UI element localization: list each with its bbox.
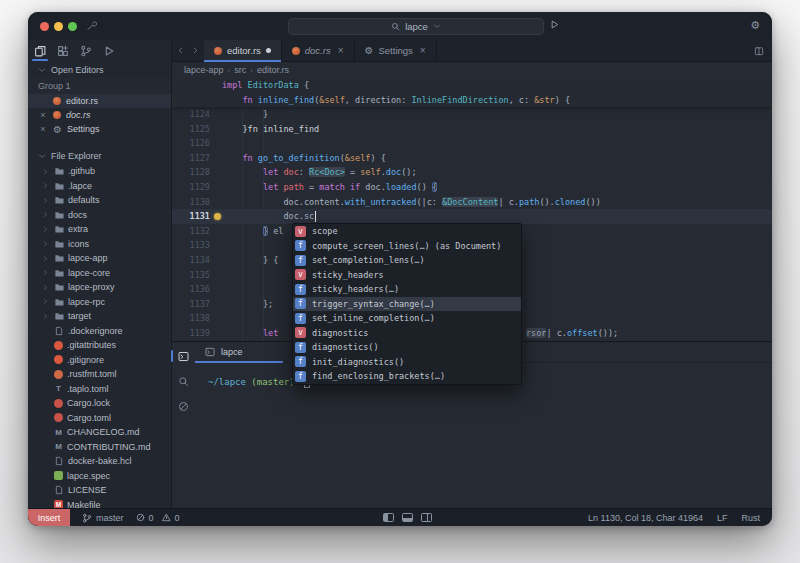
tab-Settings[interactable]: ⚙Settings× (355, 40, 437, 61)
terminal-panel-button[interactable] (176, 349, 192, 363)
tree-folder-docs[interactable]: docs (28, 208, 171, 223)
chevron-down-icon (433, 22, 441, 30)
activity-item-plugins[interactable] (55, 41, 71, 61)
completion-label: set_inline_completion(…) (312, 313, 435, 323)
file-name: .taplo.toml (67, 384, 109, 394)
terminal-tab[interactable]: lapce (195, 342, 283, 362)
search-icon (391, 22, 400, 31)
tab-editor.rs[interactable]: editor.rs (204, 40, 282, 61)
tree-file-.gitattributes[interactable]: .gitattributes (28, 338, 171, 353)
traffic-light-minimize[interactable] (54, 22, 63, 31)
completion-item[interactable]: fsticky_headers(…) (293, 282, 521, 297)
line-number: 1129 (172, 180, 210, 195)
folder-name: lapce-app (68, 253, 108, 263)
tree-file-CONTRIBUTING.md[interactable]: MCONTRIBUTING.md (28, 440, 171, 455)
settings-gear-icon[interactable]: ⚙ (750, 18, 760, 33)
tree-file-.taplo.toml[interactable]: T.taplo.toml (28, 382, 171, 397)
editor-pane: editor.rsdoc.rs×⚙Settings× lapce-app›src… (172, 40, 772, 508)
split-editor-button[interactable] (754, 46, 764, 56)
toggle-bottom-panel-button[interactable] (402, 513, 413, 522)
workspace-search[interactable]: lapce (288, 18, 544, 35)
completion-item[interactable]: fset_completion_lens(…) (293, 253, 521, 268)
toggle-left-panel-button[interactable] (383, 513, 394, 522)
code-line[interactable]: 1126 (172, 136, 772, 151)
completion-item[interactable]: fdiagnostics() (293, 340, 521, 355)
activity-item-source-control[interactable] (78, 41, 94, 61)
open-editors-header[interactable]: Open Editors (28, 62, 171, 78)
code-line[interactable]: 1127 fn go_to_definition(&self) { (172, 151, 772, 166)
run-button[interactable] (549, 19, 560, 30)
completion-item[interactable]: finit_diagnostics() (293, 355, 521, 370)
tree-file-docker-bake.hcl[interactable]: docker-bake.hcl (28, 454, 171, 469)
tree-file-CHANGELOG.md[interactable]: MCHANGELOG.md (28, 425, 171, 440)
tree-folder-icons[interactable]: icons (28, 237, 171, 252)
code-line[interactable]: 1128 let doc: Rc<Doc> = self.doc(); (172, 165, 772, 180)
tree-folder-extra[interactable]: extra (28, 222, 171, 237)
branch-indicator[interactable]: master (82, 513, 124, 523)
tree-folder-lapce-core[interactable]: lapce-core (28, 266, 171, 281)
nav-back-button[interactable] (176, 46, 185, 55)
breadcrumb-item[interactable]: editor.rs (257, 65, 289, 75)
tree-file-Cargo.lock[interactable]: Cargo.lock (28, 396, 171, 411)
completion-item[interactable]: vdiagnostics (293, 326, 521, 341)
close-icon[interactable]: × (420, 45, 426, 56)
tree-file-LICENSE[interactable]: LICENSE (28, 483, 171, 498)
tree-folder-target[interactable]: target (28, 309, 171, 324)
language-indicator[interactable]: Rust (741, 513, 760, 523)
tree-folder-.lapce[interactable]: .lapce (28, 179, 171, 194)
problems-panel-button[interactable] (176, 399, 192, 413)
lightbulb-icon[interactable] (214, 213, 221, 220)
toggle-right-panel-button[interactable] (421, 513, 432, 522)
open-editor-item-editor.rs[interactable]: editor.rs (28, 94, 171, 108)
tree-file-lapce.spec[interactable]: lapce.spec (28, 469, 171, 484)
chevron-right-icon (42, 255, 50, 262)
traffic-light-zoom[interactable] (68, 22, 77, 31)
folder-icon (54, 195, 64, 205)
tree-folder-lapce-app[interactable]: lapce-app (28, 251, 171, 266)
tree-file-.gitignore[interactable]: .gitignore (28, 353, 171, 368)
tree-file-Cargo.toml[interactable]: Cargo.toml (28, 411, 171, 426)
close-icon[interactable]: × (38, 124, 48, 134)
diagnostics-indicator[interactable]: 0 0 (136, 513, 180, 523)
close-icon[interactable]: × (38, 110, 48, 120)
code-line[interactable]: 1124 } (172, 107, 772, 122)
completion-item[interactable]: vscope (293, 224, 521, 239)
tree-folder-.github[interactable]: .github (28, 164, 171, 179)
open-editor-item-Settings[interactable]: ×⚙Settings (28, 122, 171, 136)
code-line[interactable]: 1125 }fn inline_find (172, 122, 772, 137)
completion-item[interactable]: fcompute_screen_lines(…) (as Document) (293, 239, 521, 254)
activity-item-explorer[interactable] (32, 41, 48, 61)
completion-item[interactable]: ftrigger_syntax_change(…) (293, 297, 521, 312)
completion-label: sticky_headers (312, 270, 384, 280)
tree-file-.rustfmt.toml[interactable]: .rustfmt.toml (28, 367, 171, 382)
tab-label: doc.rs (305, 45, 331, 56)
nav-forward-button[interactable] (191, 46, 200, 55)
file-icon (54, 326, 64, 336)
folder-name: target (68, 311, 91, 321)
line-ending[interactable]: LF (717, 513, 728, 523)
file-explorer-header[interactable]: File Explorer (28, 148, 171, 164)
tree-folder-lapce-rpc[interactable]: lapce-rpc (28, 295, 171, 310)
completion-item[interactable]: ffind_enclosing_brackets(…) (293, 369, 521, 384)
open-editor-item-doc.rs[interactable]: ×doc.rs (28, 108, 171, 122)
tree-file-.dockerignore[interactable]: .dockerignore (28, 324, 171, 339)
tree-file-Makefile[interactable]: MMakefile (28, 498, 171, 509)
code-text: doc.content.with_untracked(|c: &DocConte… (222, 195, 601, 210)
breadcrumb-item[interactable]: lapce-app (184, 65, 224, 75)
breadcrumb-item[interactable]: src (234, 65, 246, 75)
code-line[interactable]: 1129 let path = match if doc.loaded() { (172, 180, 772, 195)
close-icon[interactable]: × (338, 45, 344, 56)
tree-folder-lapce-proxy[interactable]: lapce-proxy (28, 280, 171, 295)
tab-doc.rs[interactable]: doc.rs× (282, 40, 355, 61)
code-text: }; (222, 297, 273, 312)
line-number: 1127 (172, 151, 210, 166)
cursor-position[interactable]: Ln 1130, Col 18, Char 41964 (588, 513, 703, 523)
code-line[interactable]: 1131 doc.sc (172, 209, 772, 224)
tree-folder-defaults[interactable]: defaults (28, 193, 171, 208)
code-line[interactable]: 1130 doc.content.with_untracked(|c: &Doc… (172, 195, 772, 210)
traffic-light-close[interactable] (40, 22, 49, 31)
completion-item[interactable]: vsticky_headers (293, 268, 521, 283)
search-panel-button[interactable] (176, 374, 192, 388)
activity-item-debug[interactable] (101, 41, 117, 61)
completion-item[interactable]: fset_inline_completion(…) (293, 311, 521, 326)
